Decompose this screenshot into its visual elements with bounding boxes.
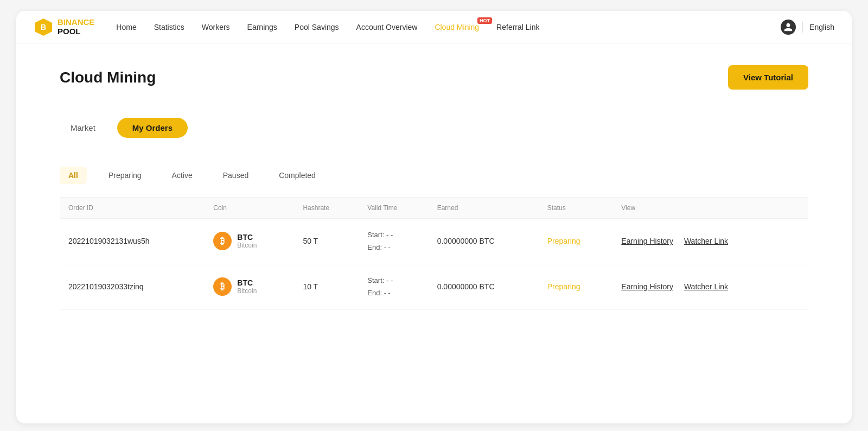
btc-icon-1: ₿ <box>213 277 232 296</box>
svg-text:B: B <box>41 23 46 31</box>
page-wrapper: B BINANCE POOL Home Statistics Workers E… <box>16 11 852 423</box>
earning-history-link-1[interactable]: Earning History <box>621 282 673 291</box>
nav-earnings[interactable]: Earnings <box>247 23 277 31</box>
th-hashrate: Hashrate <box>294 198 359 219</box>
language-selector[interactable]: English <box>809 23 834 31</box>
cell-order-id-1: 20221019032033tzinq <box>60 264 205 309</box>
cell-hashrate-1: 10 T <box>294 264 359 309</box>
earning-history-link-0[interactable]: Earning History <box>621 237 673 245</box>
filter-paused[interactable]: Paused <box>214 167 257 184</box>
cell-earned-1: 0.00000000 BTC <box>429 264 539 309</box>
logo[interactable]: B BINANCE POOL <box>34 17 94 37</box>
cell-coin-0: ₿ BTC Bitcoin <box>205 219 294 264</box>
table-row: 20221019032131wus5h ₿ BTC Bitcoin 50 T S… <box>60 219 808 264</box>
nav-links: Home Statistics Workers Earnings Pool Sa… <box>116 23 781 31</box>
coin-symbol-0: BTC <box>237 233 257 242</box>
page-title: Cloud Mining <box>60 69 156 86</box>
table-header-row: Order ID Coin Hashrate Valid Time Earned… <box>60 198 808 219</box>
nav-workers[interactable]: Workers <box>202 23 230 31</box>
view-tutorial-button[interactable]: View Tutorial <box>728 65 808 90</box>
filter-completed[interactable]: Completed <box>270 167 324 184</box>
th-status: Status <box>539 198 613 219</box>
filter-all[interactable]: All <box>60 167 87 184</box>
cell-order-id-0: 20221019032131wus5h <box>60 219 205 264</box>
nav-cloud-mining[interactable]: Cloud Mining HOT <box>435 23 479 31</box>
nav-right: English <box>781 20 834 35</box>
th-valid-time: Valid Time <box>359 198 428 219</box>
coin-symbol-1: BTC <box>237 278 257 287</box>
cell-hashrate-0: 50 T <box>294 219 359 264</box>
nav-statistics[interactable]: Statistics <box>154 23 184 31</box>
btc-icon-0: ₿ <box>213 232 232 250</box>
cloud-mining-label: Cloud Mining <box>435 23 479 31</box>
filter-preparing[interactable]: Preparing <box>100 167 150 184</box>
tab-bar: Market My Orders <box>60 107 808 149</box>
th-coin: Coin <box>205 198 294 219</box>
page-header: Cloud Mining View Tutorial <box>60 65 808 90</box>
th-view: View <box>612 198 808 219</box>
th-earned: Earned <box>429 198 539 219</box>
tab-market[interactable]: Market <box>60 118 106 138</box>
navbar: B BINANCE POOL Home Statistics Workers E… <box>16 11 852 43</box>
nav-account-overview[interactable]: Account Overview <box>356 23 418 31</box>
cell-view-1: Earning History Watcher Link <box>612 264 808 309</box>
watcher-link-1[interactable]: Watcher Link <box>684 282 728 291</box>
cell-status-0: Preparing <box>539 219 613 264</box>
th-order-id: Order ID <box>60 198 205 219</box>
status-filter: All Preparing Active Paused Completed <box>60 167 808 184</box>
tab-my-orders[interactable]: My Orders <box>117 118 188 138</box>
orders-table: Order ID Coin Hashrate Valid Time Earned… <box>60 197 808 310</box>
cell-view-0: Earning History Watcher Link <box>612 219 808 264</box>
cell-valid-time-1: Start: - - End: - - <box>359 264 428 309</box>
filter-active[interactable]: Active <box>163 167 201 184</box>
cell-valid-time-0: Start: - - End: - - <box>359 219 428 264</box>
nav-home[interactable]: Home <box>116 23 136 31</box>
nav-referral-link[interactable]: Referral Link <box>496 23 539 31</box>
coin-name-1: Bitcoin <box>237 287 257 295</box>
nav-divider <box>802 22 803 33</box>
hot-badge: HOT <box>477 17 492 24</box>
cell-coin-1: ₿ BTC Bitcoin <box>205 264 294 309</box>
logo-line1: BINANCE <box>58 17 94 27</box>
cell-earned-0: 0.00000000 BTC <box>429 219 539 264</box>
watcher-link-0[interactable]: Watcher Link <box>684 237 728 245</box>
user-avatar[interactable] <box>781 20 796 35</box>
table-row: 20221019032033tzinq ₿ BTC Bitcoin 10 T S… <box>60 264 808 309</box>
nav-pool-savings[interactable]: Pool Savings <box>295 23 339 31</box>
coin-name-0: Bitcoin <box>237 242 257 249</box>
logo-line2: POOL <box>58 27 94 36</box>
cell-status-1: Preparing <box>539 264 613 309</box>
main-content: Cloud Mining View Tutorial Market My Ord… <box>16 43 852 332</box>
